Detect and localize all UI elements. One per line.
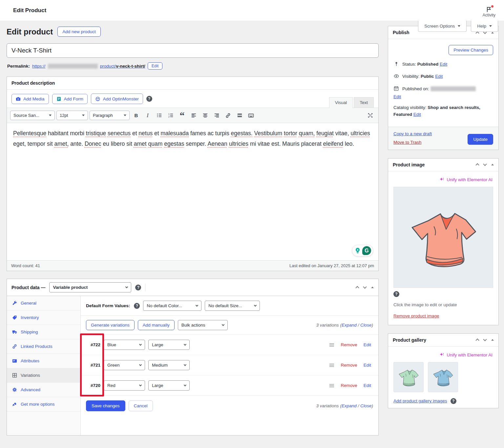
block-format-select[interactable]: Paragraph	[90, 111, 130, 120]
help-icon[interactable]: ?	[451, 398, 456, 404]
link-icon[interactable]	[223, 111, 233, 120]
keyboard-shortcuts-icon[interactable]	[246, 111, 256, 120]
variation-size-select[interactable]: Large	[148, 340, 190, 350]
remove-variation-link[interactable]: Remove	[341, 363, 357, 368]
update-button[interactable]: Update	[468, 134, 493, 145]
bullet-list-icon[interactable]	[154, 111, 164, 120]
move-up-icon[interactable]	[355, 286, 359, 289]
tag-icon	[12, 315, 17, 320]
default-size-select[interactable]: No default Size...	[205, 301, 260, 311]
italic-button[interactable]: I	[143, 111, 153, 120]
move-down-icon[interactable]	[483, 162, 487, 166]
tab-general[interactable]: General	[7, 296, 80, 310]
help-button[interactable]: Help	[471, 21, 498, 32]
align-left-icon[interactable]	[189, 111, 199, 120]
help-icon[interactable]: ?	[393, 291, 399, 297]
expand-link[interactable]: Expand	[342, 403, 357, 408]
drag-handle-icon[interactable]	[329, 384, 334, 388]
bold-button[interactable]: B	[131, 111, 141, 120]
tab-shipping[interactable]: Shipping	[7, 325, 80, 339]
help-icon[interactable]: ?	[146, 96, 152, 102]
editor-content-area[interactable]: Pellentesque habitant morbi tristique se…	[7, 123, 378, 260]
unify-elementor-ai-link[interactable]: Unify with Elementor AI	[394, 352, 493, 357]
permalink-url[interactable]: https://	[32, 64, 46, 69]
move-to-trash-link[interactable]: Move to Trash	[393, 140, 432, 145]
font-family-select[interactable]: Source San...	[10, 111, 55, 120]
close-link[interactable]: Close	[360, 403, 372, 408]
variation-color-select[interactable]: Red	[104, 380, 145, 391]
svg-text:2: 2	[168, 116, 169, 118]
help-icon[interactable]: ?	[135, 285, 141, 290]
product-type-select[interactable]: Variable product	[49, 282, 131, 292]
align-center-icon[interactable]	[200, 111, 210, 120]
gallery-image-green[interactable]	[393, 362, 424, 392]
add-gallery-images-link[interactable]: Add product gallery images	[393, 398, 447, 403]
edit-status-link[interactable]: Edit	[440, 62, 447, 67]
permalink-edit-button[interactable]: Edit	[148, 62, 163, 70]
activity-button[interactable]: Activity	[482, 4, 495, 17]
collapse-panel-icon[interactable]	[371, 287, 374, 288]
preview-changes-button[interactable]: Preview Changes	[449, 45, 493, 55]
add-media-button[interactable]: Add Media	[11, 94, 49, 104]
product-image-thumbnail[interactable]	[393, 187, 493, 288]
edit-variation-link[interactable]: Edit	[364, 342, 371, 347]
edit-catalog-visibility-link[interactable]: Edit	[413, 112, 421, 117]
remove-variation-link[interactable]: Remove	[341, 342, 357, 347]
remove-product-image-link[interactable]: Remove product image	[393, 313, 439, 318]
move-up-icon[interactable]	[475, 163, 479, 167]
screen-options-button[interactable]: Screen Options	[418, 21, 467, 32]
help-icon[interactable]: ?	[134, 303, 140, 309]
bulk-actions-select[interactable]: Bulk actions	[178, 320, 228, 330]
variation-size-select[interactable]: Large	[148, 380, 190, 391]
tab-inventory[interactable]: Inventory	[7, 310, 80, 325]
close-link[interactable]: Close	[360, 323, 372, 328]
edit-variation-link[interactable]: Edit	[364, 363, 371, 368]
numbered-list-icon[interactable]: 12	[166, 111, 176, 120]
tab-text[interactable]: Text	[354, 97, 374, 108]
tab-variations[interactable]: Variations	[7, 368, 80, 383]
drag-handle-icon[interactable]	[329, 343, 334, 347]
edit-variation-link[interactable]: Edit	[364, 383, 371, 388]
grammarly-widget[interactable]: G	[352, 245, 373, 256]
expand-link[interactable]: Expand	[342, 323, 357, 328]
read-more-tag-icon[interactable]	[235, 111, 244, 120]
generate-variations-button[interactable]: Generate variations	[86, 320, 135, 330]
add-optinmonster-button[interactable]: Add OptinMonster	[91, 94, 143, 104]
variation-color-select[interactable]: Green	[104, 360, 145, 370]
variation-size-select[interactable]: Medium	[148, 360, 190, 370]
tab-visual[interactable]: Visual	[329, 97, 353, 108]
cancel-button[interactable]: Cancel	[129, 400, 153, 411]
collapse-panel-icon[interactable]	[491, 164, 494, 165]
tab-advanced[interactable]: Advanced	[7, 383, 80, 397]
tab-attributes[interactable]: Attributes	[7, 354, 80, 368]
move-up-icon[interactable]	[475, 338, 479, 342]
edit-visibility-link[interactable]: Edit	[435, 74, 443, 79]
align-right-icon[interactable]	[212, 111, 221, 120]
add-form-button[interactable]: Add Form	[52, 94, 88, 104]
product-title-input[interactable]	[7, 43, 379, 58]
move-down-icon[interactable]	[363, 285, 367, 288]
default-color-select[interactable]: No default Color...	[143, 301, 201, 311]
blockquote-icon[interactable]: “	[177, 113, 187, 118]
collapse-panel-icon[interactable]	[491, 339, 494, 341]
save-changes-button[interactable]: Save changes	[86, 400, 125, 411]
edit-published-date-link[interactable]: Edit	[393, 94, 401, 99]
unify-elementor-ai-link[interactable]: Unify with Elementor AI	[394, 177, 493, 182]
font-size-select[interactable]: 12pt	[56, 111, 88, 120]
permalink-path[interactable]: product/v-neck-t-shirt/	[100, 64, 145, 69]
collapse-panel-icon[interactable]	[491, 32, 494, 33]
remove-variation-link[interactable]: Remove	[341, 383, 357, 388]
chevron-down-icon	[221, 323, 224, 326]
drag-handle-icon[interactable]	[329, 363, 334, 367]
move-down-icon[interactable]	[483, 337, 487, 341]
sparkle-icon	[440, 177, 444, 182]
gallery-image-blue[interactable]	[428, 362, 458, 392]
tab-get-more-options[interactable]: Get more options	[7, 397, 80, 412]
add-manually-button[interactable]: Add manually	[138, 320, 175, 330]
status-value: Published	[417, 62, 439, 67]
fullscreen-icon[interactable]	[365, 111, 375, 120]
copy-to-draft-link[interactable]: Copy to a new draft	[393, 131, 432, 136]
add-new-product-button[interactable]: Add new product	[57, 27, 100, 37]
variation-color-select[interactable]: Blue	[104, 340, 145, 350]
tab-linked-products[interactable]: Linked Products	[7, 339, 80, 354]
